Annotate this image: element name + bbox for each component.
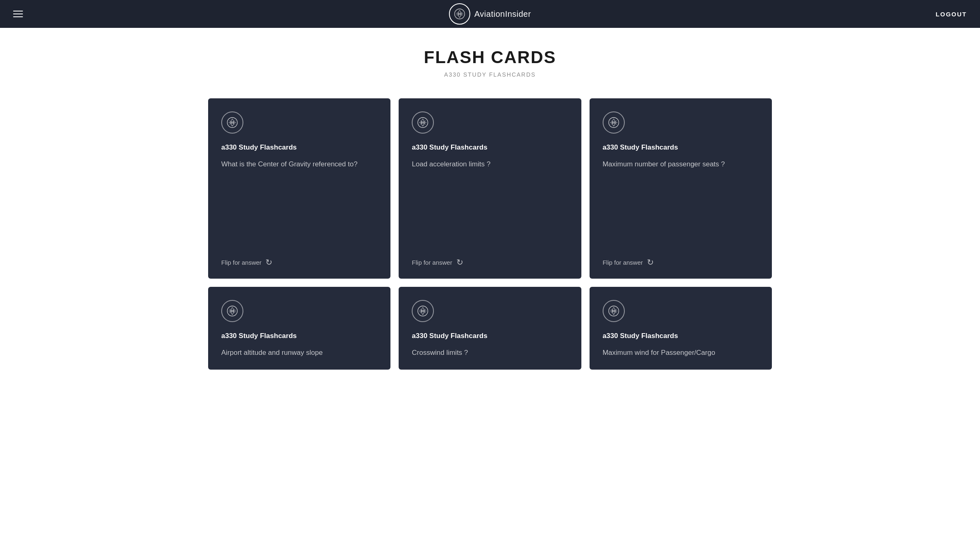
page-subtitle: A330 STUDY FLASHCARDS: [8, 71, 972, 78]
card-logo: [603, 300, 625, 322]
card-question: Maximum wind for Passenger/Cargo: [603, 347, 759, 358]
card-question: Maximum number of passenger seats ?: [603, 159, 759, 246]
flip-label: Flip for answer: [603, 259, 643, 266]
flip-label: Flip for answer: [412, 259, 452, 266]
flash-card[interactable]: a330 Study Flashcards Load acceleration …: [399, 98, 581, 279]
flip-icon: ↻: [265, 257, 272, 267]
card-question: What is the Center of Gravity referenced…: [221, 159, 377, 246]
navbar: AviationInsider LOGOUT: [0, 0, 980, 28]
flash-card[interactable]: a330 Study Flashcards What is the Center…: [208, 98, 390, 279]
brand-circle: [449, 3, 470, 25]
flip-label: Flip for answer: [221, 259, 261, 266]
flash-card[interactable]: a330 Study Flashcards Crosswind limits ?: [399, 287, 581, 370]
flip-icon: ↻: [456, 257, 463, 267]
card-airplane-icon: [227, 305, 238, 317]
card-airplane-icon: [608, 305, 619, 317]
card-question: Airport altitude and runway slope: [221, 347, 377, 358]
card-deck-name: a330 Study Flashcards: [603, 332, 759, 340]
card-footer[interactable]: Flip for answer ↻: [412, 257, 568, 267]
card-question: Crosswind limits ?: [412, 347, 568, 358]
brand-airplane-icon: [454, 8, 465, 20]
card-logo: [412, 300, 434, 322]
card-airplane-icon: [227, 117, 238, 128]
cards-grid: a330 Study Flashcards What is the Center…: [195, 86, 785, 386]
card-airplane-icon: [417, 117, 429, 128]
card-deck-name: a330 Study Flashcards: [412, 332, 568, 340]
card-logo: [221, 300, 243, 322]
card-deck-name: a330 Study Flashcards: [412, 143, 568, 152]
card-deck-name: a330 Study Flashcards: [221, 143, 377, 152]
flash-card[interactable]: a330 Study Flashcards Maximum number of …: [590, 98, 772, 279]
card-footer[interactable]: Flip for answer ↻: [221, 257, 377, 267]
flip-icon: ↻: [647, 257, 654, 267]
card-question: Load acceleration limits ?: [412, 159, 568, 246]
flash-card[interactable]: a330 Study Flashcards Airport altitude a…: [208, 287, 390, 370]
card-deck-name: a330 Study Flashcards: [221, 332, 377, 340]
flash-card[interactable]: a330 Study Flashcards Maximum wind for P…: [590, 287, 772, 370]
card-logo: [603, 111, 625, 134]
menu-button[interactable]: [13, 11, 23, 17]
card-airplane-icon: [417, 305, 429, 317]
card-airplane-icon: [608, 117, 619, 128]
brand-logo[interactable]: AviationInsider: [449, 3, 531, 25]
card-logo: [412, 111, 434, 134]
logout-button[interactable]: LOGOUT: [936, 11, 967, 18]
page-title: FLASH CARDS: [8, 48, 972, 67]
card-logo: [221, 111, 243, 134]
brand-name: AviationInsider: [474, 9, 531, 19]
card-footer[interactable]: Flip for answer ↻: [603, 257, 759, 267]
card-deck-name: a330 Study Flashcards: [603, 143, 759, 152]
page-header: FLASH CARDS A330 STUDY FLASHCARDS: [0, 28, 980, 86]
